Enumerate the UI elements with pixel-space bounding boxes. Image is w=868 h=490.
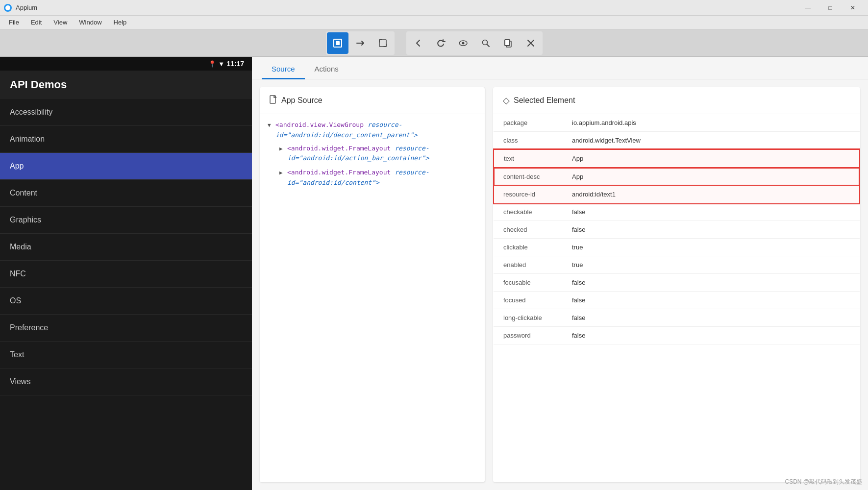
prop-key-clickable: clickable — [494, 239, 562, 256]
child1-expand-arrow[interactable]: ▶ — [279, 145, 285, 153]
prop-value-resource-id: android:id/text1 — [562, 186, 860, 203]
prop-focused: focused false — [494, 292, 860, 309]
prop-value-text: App — [562, 149, 860, 168]
toolbar-group-1 — [326, 31, 395, 55]
tabs-bar: Source Actions — [252, 57, 868, 79]
tree-child-1: ▶ <android.widget.FrameLayout resource-i… — [279, 144, 477, 164]
menu-view[interactable]: View — [49, 18, 72, 27]
list-item-os[interactable]: OS — [0, 288, 252, 315]
prop-key-checked: checked — [494, 221, 562, 239]
android-status-bar: 📍 ▼ 11:17 — [0, 57, 252, 71]
search-button[interactable] — [475, 32, 496, 54]
android-app-title: API Demos — [0, 71, 252, 99]
prop-class: class android.widget.TextView — [494, 132, 860, 150]
prop-value-password: false — [562, 327, 860, 344]
tree-root-node: ▼ <android.view.ViewGroup resource-id="a… — [268, 120, 477, 141]
swipe-tool-button[interactable] — [349, 32, 371, 54]
menu-bar: File Edit View Window Help — [0, 16, 868, 29]
back-button[interactable] — [407, 32, 429, 54]
close-button[interactable]: ✕ — [842, 0, 864, 16]
minimize-button[interactable]: — — [796, 0, 819, 16]
root-collapse-arrow[interactable]: ▼ — [268, 121, 273, 130]
time-display: 11:17 — [226, 60, 244, 68]
list-item-accessibility[interactable]: Accessibility — [0, 99, 252, 126]
prop-key-enabled: enabled — [494, 256, 562, 274]
list-item-graphics[interactable]: Graphics — [0, 207, 252, 234]
resize-tool-button[interactable] — [372, 32, 394, 54]
prop-value-content-desc: App — [562, 168, 860, 186]
tab-actions[interactable]: Actions — [305, 61, 348, 79]
select-tool-button[interactable] — [327, 32, 348, 54]
svg-rect-10 — [270, 96, 275, 103]
list-item-views[interactable]: Views — [0, 368, 252, 395]
prop-enabled: enabled true — [494, 256, 860, 274]
prop-package: package io.appium.android.apis — [494, 114, 860, 132]
list-item-media[interactable]: Media — [0, 234, 252, 261]
menu-edit[interactable]: Edit — [26, 18, 47, 27]
prop-key-long-clickable: long-clickable — [494, 309, 562, 327]
menu-file[interactable]: File — [4, 18, 24, 27]
prop-long-clickable: long-clickable false — [494, 309, 860, 327]
child2-tag: <android.widget.FrameLayout — [287, 169, 391, 176]
title-bar: Appium — □ ✕ — [0, 0, 868, 16]
selected-element-header: ◇ Selected Element — [493, 87, 860, 114]
list-item-app[interactable]: App — [0, 153, 252, 180]
prop-key-class: class — [494, 132, 562, 150]
child2-content: <android.widget.FrameLayout resource-id=… — [287, 168, 477, 188]
status-icons: 📍 ▼ 11:17 — [208, 60, 244, 68]
prop-key-focused: focused — [494, 292, 562, 309]
content-area: App Source ▼ <android.view.ViewGroup res… — [252, 79, 868, 490]
prop-value-clickable: true — [562, 239, 860, 256]
diamond-icon: ◇ — [503, 95, 510, 106]
properties-table: package io.appium.android.apis class and… — [493, 114, 860, 344]
app-title: Appium — [16, 4, 37, 11]
android-panel: 📍 ▼ 11:17 API Demos Accessibility Animat… — [0, 57, 252, 490]
maximize-button[interactable]: □ — [819, 0, 842, 16]
app-icon — [4, 4, 12, 12]
tree-child-2: ▶ <android.widget.FrameLayout resource-i… — [279, 168, 477, 188]
location-icon: 📍 — [208, 60, 216, 68]
toolbar-group-2 — [406, 31, 543, 55]
prop-value-package: io.appium.android.apis — [562, 114, 860, 132]
prop-value-checked: false — [562, 221, 860, 239]
prop-key-package: package — [494, 114, 562, 132]
menu-help[interactable]: Help — [109, 18, 132, 27]
prop-key-password: password — [494, 327, 562, 344]
prop-value-enabled: true — [562, 256, 860, 274]
prop-text: text App — [494, 149, 860, 168]
list-item-text[interactable]: Text — [0, 342, 252, 368]
svg-rect-8 — [505, 40, 510, 46]
source-panel-title: App Source — [281, 96, 322, 105]
prop-checkable: checkable false — [494, 203, 860, 221]
menu-window[interactable]: Window — [74, 18, 106, 27]
tree-children: ▶ <android.widget.FrameLayout resource-i… — [279, 144, 477, 188]
source-panel: App Source ▼ <android.view.ViewGroup res… — [260, 87, 485, 482]
prop-checked: checked false — [494, 221, 860, 239]
root-node-content: <android.view.ViewGroup resource-id="and… — [275, 120, 477, 141]
child1-tag: <android.widget.FrameLayout — [287, 145, 391, 152]
list-item-animation[interactable]: Animation — [0, 126, 252, 153]
refresh-button[interactable] — [430, 32, 451, 54]
child2-expand-arrow[interactable]: ▶ — [279, 169, 285, 177]
eye-button[interactable] — [452, 32, 474, 54]
list-item-content[interactable]: Content — [0, 180, 252, 207]
svg-point-5 — [462, 42, 464, 44]
svg-point-0 — [5, 5, 10, 10]
prop-key-resource-id: resource-id — [494, 186, 562, 203]
prop-value-long-clickable: false — [562, 309, 860, 327]
tab-source[interactable]: Source — [262, 61, 305, 79]
close-session-button[interactable] — [520, 32, 542, 54]
android-list: Accessibility Animation App Content Grap… — [0, 99, 252, 490]
copy-button[interactable] — [497, 32, 519, 54]
prop-key-content-desc: content-desc — [494, 168, 562, 186]
list-item-nfc[interactable]: NFC — [0, 261, 252, 288]
prop-value-focused: false — [562, 292, 860, 309]
prop-resource-id: resource-id android:id/text1 — [494, 186, 860, 203]
prop-value-checkable: false — [562, 203, 860, 221]
selected-element-title: Selected Element — [514, 96, 575, 105]
source-tree: ▼ <android.view.ViewGroup resource-id="a… — [260, 114, 485, 197]
list-item-preference[interactable]: Preference — [0, 315, 252, 342]
source-file-icon — [270, 95, 277, 106]
prop-content-desc: content-desc App — [494, 168, 860, 186]
prop-password: password false — [494, 327, 860, 344]
